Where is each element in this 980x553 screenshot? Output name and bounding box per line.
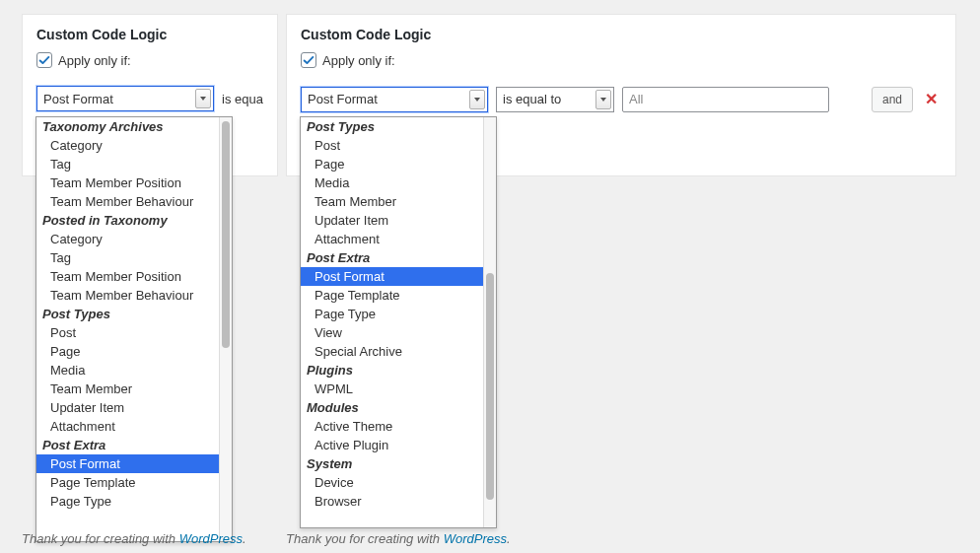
dropdown-option[interactable]: Updater Item xyxy=(301,211,483,230)
dropdown-option[interactable]: Post Format xyxy=(301,267,483,286)
dropdown-option[interactable]: Media xyxy=(36,361,219,380)
wordpress-link[interactable]: WordPress xyxy=(444,531,507,546)
dropdown-option[interactable]: Post xyxy=(301,136,483,155)
dropdown-option[interactable]: Browser xyxy=(301,492,483,511)
dropdown-group-header: Plugins xyxy=(301,361,483,380)
dropdown-option[interactable]: Page Template xyxy=(301,286,483,305)
dropdown-option[interactable]: Team Member xyxy=(301,192,483,211)
input-placeholder: All xyxy=(629,92,643,106)
dropdown-option[interactable]: Page Type xyxy=(36,492,219,511)
dropdown-option[interactable]: Category xyxy=(36,230,219,248)
dropdown-option[interactable]: Page xyxy=(36,342,219,361)
remove-rule-icon[interactable]: ✕ xyxy=(921,86,942,112)
dropdown-option[interactable]: Active Theme xyxy=(301,417,483,436)
dropdown-option[interactable]: Special Archive xyxy=(301,342,483,361)
dropdown-option[interactable]: Team Member Behaviour xyxy=(36,286,219,305)
operator-truncated: is equa xyxy=(222,92,263,106)
scroll-thumb[interactable] xyxy=(486,273,494,500)
dropdown-option[interactable]: Post Format xyxy=(36,454,219,473)
apply-checkbox[interactable] xyxy=(36,52,52,68)
dropdown-group-header: System xyxy=(301,454,483,473)
dropdown-option[interactable]: Team Member Position xyxy=(36,173,219,192)
dropdown-option[interactable]: Media xyxy=(301,173,483,192)
dropdown-option[interactable]: Tag xyxy=(36,155,219,173)
condition-subject-select[interactable]: Post Format xyxy=(301,87,488,112)
footer-suffix: . xyxy=(243,531,246,546)
dropdown-list[interactable]: Post TypesPostPageMediaTeam MemberUpdate… xyxy=(301,117,483,527)
dropdown-option[interactable]: WPML xyxy=(301,380,483,398)
wordpress-link[interactable]: WordPress xyxy=(179,531,243,546)
dropdown-group-header: Post Extra xyxy=(301,248,483,267)
select-value: Post Format xyxy=(43,92,113,106)
dropdown-option[interactable]: Attachment xyxy=(36,417,219,436)
scrollbar[interactable] xyxy=(483,117,496,527)
chevron-down-icon xyxy=(595,90,611,109)
dropdown-option[interactable]: Team Member xyxy=(36,380,219,398)
footer-credit: Thank you for creating with WordPress. xyxy=(22,531,246,546)
dropdown-list[interactable]: Taxonomy ArchivesCategoryTagTeam Member … xyxy=(36,117,219,541)
footer-prefix: Thank you for creating with xyxy=(22,531,179,546)
button-label: and xyxy=(882,93,902,106)
dropdown-option[interactable]: Device xyxy=(301,473,483,492)
apply-label: Apply only if: xyxy=(58,53,131,68)
dropdown-option[interactable]: Active Plugin xyxy=(301,436,483,454)
dropdown-group-header: Posted in Taxonomy xyxy=(36,211,219,230)
condition-subject-select[interactable]: Post Format xyxy=(36,86,214,111)
subject-dropdown-left: Taxonomy ArchivesCategoryTagTeam Member … xyxy=(35,116,233,542)
scrollbar[interactable] xyxy=(219,117,232,541)
apply-label: Apply only if: xyxy=(322,53,395,68)
footer-suffix: . xyxy=(507,531,511,546)
dropdown-option[interactable]: Page xyxy=(301,155,483,173)
select-value: is equal to xyxy=(503,92,561,106)
apply-checkbox[interactable] xyxy=(301,52,316,68)
footer-credit: Thank you for creating with WordPress. xyxy=(286,531,511,546)
dropdown-option[interactable]: Team Member Behaviour xyxy=(36,192,219,211)
dropdown-group-header: Modules xyxy=(301,398,483,417)
select-value: Post Format xyxy=(308,92,378,106)
dropdown-option[interactable]: Updater Item xyxy=(36,398,219,417)
dropdown-option[interactable]: Category xyxy=(36,136,219,155)
panel-title: Custom Code Logic xyxy=(23,15,277,52)
dropdown-option[interactable]: Team Member Position xyxy=(36,267,219,286)
condition-operator-select[interactable]: is equal to xyxy=(496,87,614,112)
condition-value-input[interactable]: All xyxy=(622,87,829,112)
dropdown-option[interactable]: Post xyxy=(36,323,219,342)
dropdown-option[interactable]: Tag xyxy=(36,248,219,267)
footer-prefix: Thank you for creating with xyxy=(286,531,444,546)
dropdown-group-header: Taxonomy Archives xyxy=(36,117,219,136)
dropdown-group-header: Post Extra xyxy=(36,436,219,454)
dropdown-group-header: Post Types xyxy=(301,117,483,136)
subject-dropdown-right: Post TypesPostPageMediaTeam MemberUpdate… xyxy=(300,116,497,528)
dropdown-option[interactable]: View xyxy=(301,323,483,342)
chevron-down-icon xyxy=(469,90,485,109)
scroll-thumb[interactable] xyxy=(222,121,230,348)
dropdown-option[interactable]: Page Template xyxy=(36,473,219,492)
dropdown-option[interactable]: Page Type xyxy=(301,305,483,323)
panel-title: Custom Code Logic xyxy=(287,15,955,52)
dropdown-group-header: Post Types xyxy=(36,305,219,323)
add-and-button[interactable]: and xyxy=(872,87,913,112)
chevron-down-icon xyxy=(195,89,211,108)
dropdown-option[interactable]: Attachment xyxy=(301,230,483,248)
